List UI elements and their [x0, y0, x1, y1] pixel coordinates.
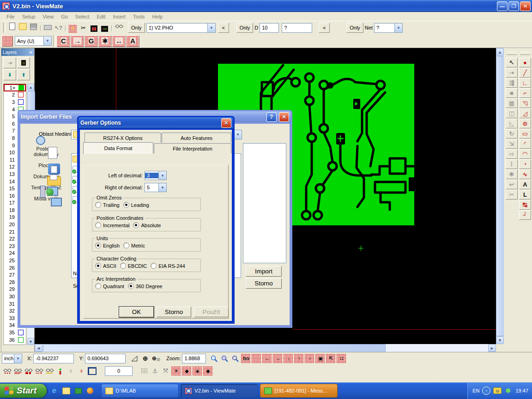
radio-icon[interactable] — [151, 263, 157, 269]
place-5[interactable]: Místa v síti — [25, 196, 67, 201]
radio-icon[interactable] — [120, 263, 126, 269]
scroll-down-icon[interactable]: ▼ — [496, 336, 504, 344]
chevron-down-icon[interactable]: ▼ — [158, 183, 166, 192]
move-to-point-icon[interactable]: ⇢ — [506, 68, 518, 78]
anchor-icon[interactable]: ⚓ — [150, 366, 160, 376]
radio-icon[interactable] — [133, 222, 139, 228]
icq-note-icon[interactable]: ▤ — [493, 387, 502, 394]
layer-insert-button[interactable]: ⇥ — [3, 57, 16, 68]
scroll-up-icon[interactable]: ▲ — [27, 84, 34, 91]
radio-absolute[interactable]: Absolute — [133, 222, 161, 228]
grid-left-icon[interactable]: ← — [262, 353, 272, 363]
chevron-down-icon[interactable]: ▼ — [158, 171, 166, 180]
only-net-button[interactable]: Only — [346, 23, 363, 33]
layer-row[interactable]: 36 — [4, 336, 26, 344]
ie-icon[interactable]: e — [49, 386, 59, 395]
save-file-icon[interactable] — [28, 22, 39, 32]
fill-solid-icon[interactable]: ■ — [506, 88, 518, 98]
radio-icon[interactable] — [95, 242, 101, 248]
radio-icon[interactable] — [123, 242, 129, 248]
settings-gear-icon[interactable]: ✱ — [506, 169, 518, 179]
radio-ebcdic[interactable]: EBCDIC — [120, 263, 147, 269]
radio-360-degree[interactable]: 360 Degree — [128, 283, 163, 289]
gerber-cancel-button[interactable]: Storno — [157, 307, 191, 317]
zoom-in-magnifier-icon[interactable] — [209, 353, 219, 363]
layer-color-swatch[interactable] — [18, 99, 24, 105]
close-icon[interactable]: ✕ — [29, 50, 33, 55]
draw-ellipse-icon[interactable]: ◔ — [519, 159, 531, 169]
close-icon[interactable]: ✕ — [279, 112, 289, 122]
flash-pad-2-icon[interactable]: ◆ — [181, 366, 192, 376]
y-coordinate-field[interactable]: 0.690643 — [85, 354, 126, 363]
flash-pad-1-icon[interactable]: ✶ — [171, 366, 181, 376]
snap-value-field[interactable]: 0 — [105, 366, 133, 376]
radio-leading[interactable]: Leading — [123, 202, 149, 208]
layer-color-swatch[interactable] — [18, 337, 24, 343]
glasses-dots-icon[interactable] — [2, 366, 12, 376]
layer-move-up-button[interactable]: ⬆ — [17, 69, 30, 80]
place-1[interactable]: Poslední dokumenty — [25, 146, 67, 157]
chevron-down-icon[interactable]: ▼ — [207, 24, 215, 32]
draw-open-arc-icon[interactable]: ◹ — [519, 98, 531, 108]
x-coordinate-field[interactable]: -0.942237 — [33, 354, 74, 363]
grid-full-icon[interactable] — [251, 353, 262, 363]
angle-measure-icon[interactable] — [129, 353, 140, 363]
unit-combo[interactable]: inch ▼ — [2, 354, 22, 363]
book-icon[interactable] — [73, 386, 83, 395]
draw-curve-icon[interactable]: ◜ — [519, 139, 531, 149]
crosshair-target-icon[interactable]: ⊕ — [140, 353, 151, 363]
task-button-3[interactable]: [191-482-091] - Mess... — [260, 384, 338, 398]
draw-bend-icon[interactable]: ┘ — [519, 210, 531, 220]
radio-icon[interactable] — [128, 283, 134, 289]
task-button-2[interactable]: V2.bin - ViewMate — [181, 384, 258, 398]
glasses-dotline-icon[interactable] — [34, 366, 44, 376]
prev-net-button[interactable]: < — [319, 23, 330, 33]
resize-icon[interactable]: ⇲ — [506, 139, 518, 149]
mirror-icon[interactable]: ◫ — [506, 109, 518, 118]
net-combo[interactable]: ? ▼ — [374, 23, 403, 33]
move-to-points-icon[interactable]: ⇶ — [506, 78, 518, 88]
minimize-button[interactable]: — — [497, 1, 508, 11]
grid-add-icon[interactable]: ▫ — [304, 353, 315, 363]
flash-pad-3-icon[interactable]: ◈ — [192, 366, 203, 376]
menu-insert[interactable]: Insert — [109, 13, 129, 20]
right-of-decimal-combo[interactable]: 5 ▼ — [145, 183, 167, 192]
selection-mode-icon[interactable] — [2, 36, 13, 47]
chevron-down-icon[interactable]: ▼ — [43, 36, 51, 45]
scroll-left-icon[interactable]: ◄ — [35, 344, 42, 352]
dot-grid-icon[interactable] — [139, 366, 150, 376]
radio-icon[interactable] — [95, 283, 101, 289]
menu-select[interactable]: Select — [72, 13, 93, 20]
menu-edit[interactable]: Edit — [93, 13, 109, 20]
toolbar-grip[interactable] — [507, 52, 517, 55]
layer-color-swatch[interactable] — [18, 85, 24, 91]
flash-pad-4-icon[interactable]: ◆ — [203, 366, 213, 376]
only-layer-button[interactable]: Only — [128, 23, 145, 33]
select-gerber-icon[interactable]: G — [85, 35, 98, 47]
move-item-icon[interactable]: ⇨ — [506, 149, 518, 159]
place-3[interactable]: Dokumenty — [25, 174, 67, 179]
draw-pad-icon[interactable]: ● — [519, 58, 531, 67]
icq-flower-icon[interactable]: ✽ — [504, 387, 512, 394]
selection-filter-combo[interactable]: Any (U) ▼ — [15, 36, 52, 46]
glasses-lines-icon[interactable] — [12, 366, 23, 376]
layer-row[interactable]: 35 — [4, 329, 26, 336]
draw-spline-icon[interactable]: ∿ — [519, 169, 531, 179]
scroll-up-icon[interactable]: ▲ — [496, 48, 504, 56]
radio-icon[interactable] — [95, 222, 101, 228]
select-trace-icon[interactable]: ↔ — [112, 35, 126, 47]
toolbar-grip[interactable] — [520, 52, 530, 55]
draw-line-icon[interactable]: ╱ — [519, 68, 531, 78]
radio-english[interactable]: English — [95, 242, 120, 248]
import-button[interactable]: Import — [246, 266, 282, 277]
chevron-down-icon[interactable]: ▼ — [394, 24, 402, 32]
tab-rs274x-options[interactable]: RS274-X Options — [85, 133, 161, 143]
radio-eia-rs-244[interactable]: EIA RS-244 — [151, 263, 185, 269]
grid-merge-icon[interactable]: ▣ — [315, 353, 326, 363]
menu-file[interactable]: File — [3, 13, 18, 20]
menu-go[interactable]: Go — [57, 13, 72, 20]
scroll-right-icon[interactable]: ► — [488, 344, 496, 352]
selection-dots-icon[interactable]: ∷ — [336, 353, 347, 363]
start-button[interactable]: Start — [0, 384, 47, 398]
zoom-window-magnifier-icon[interactable] — [230, 353, 241, 363]
